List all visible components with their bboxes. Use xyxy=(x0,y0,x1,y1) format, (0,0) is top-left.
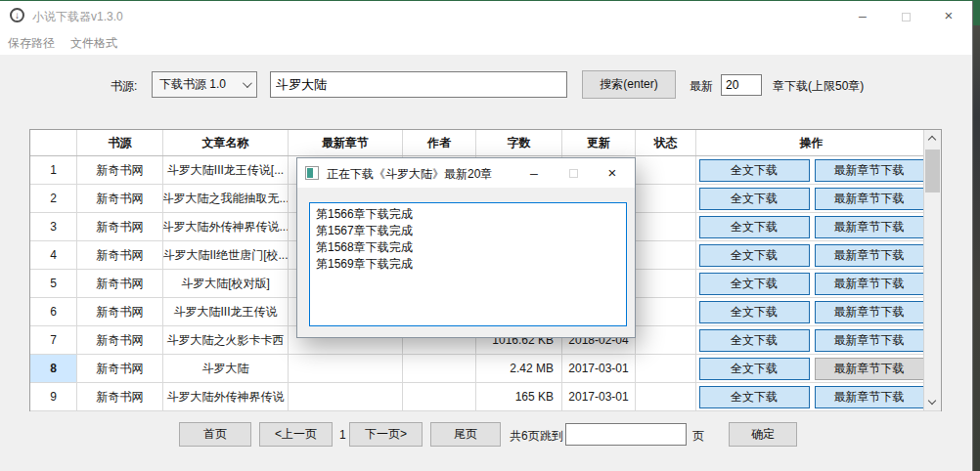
table-row[interactable]: 8 新奇书网 斗罗大陆 2.42 MB 2017-03-01 全文下载 最新章节… xyxy=(30,355,941,383)
search-button[interactable]: 搜索(enter) xyxy=(582,70,676,99)
app-window: ↓ 小说下载器v1.3.0 – × 保存路径 文件格式 书源: 下载书源 1.0… xyxy=(0,1,973,471)
latest-chapter-download-button[interactable]: 最新章节下载 xyxy=(815,273,924,295)
cell-author xyxy=(403,383,476,410)
latest-suffix-label: 章下载(上限50章) xyxy=(773,78,864,95)
header-updated: 更新 xyxy=(562,130,636,155)
current-page-label: 1 xyxy=(339,428,346,442)
cell-title: 斗罗大陆外传神界传说... xyxy=(163,213,289,240)
download-log[interactable]: 第1566章下载完成 第1567章下载完成 第1568章下载完成 第1569章下… xyxy=(309,202,627,326)
cell-latest-chapter xyxy=(289,383,403,410)
latest-chapter-download-button[interactable]: 最新章节下载 xyxy=(815,188,924,210)
search-toolbar: 书源: 下载书源 1.0 搜索(enter) 最新 章下载(上限50章) xyxy=(0,55,972,104)
chevron-down-icon xyxy=(243,78,252,88)
prev-page-button[interactable]: <上一页 xyxy=(259,422,333,447)
table-row[interactable]: 9 新奇书网 斗罗大陆外传神界传说 165 KB 2017-03-01 全文下载… xyxy=(30,383,941,411)
latest-chapter-download-button[interactable]: 最新章节下载 xyxy=(815,301,924,323)
cell-actions: 全文下载 最新章节下载 xyxy=(696,326,926,354)
jump-page-input[interactable] xyxy=(565,423,687,446)
full-download-button[interactable]: 全文下载 xyxy=(699,358,810,380)
dialog-title-bar: 正在下载《斗罗大陆》最新20章 – × xyxy=(297,158,635,188)
cell-title: 斗罗大陆 xyxy=(163,355,289,382)
app-download-icon: ↓ xyxy=(10,8,24,22)
full-download-button[interactable]: 全文下载 xyxy=(699,301,810,323)
cell-status xyxy=(636,270,696,297)
full-download-button[interactable]: 全文下载 xyxy=(699,216,810,238)
menu-save-path[interactable]: 保存路径 xyxy=(8,35,55,52)
cell-title: 斗罗大陆之火影卡卡西 xyxy=(163,326,289,354)
cell-title: 斗罗大陆II绝世唐门[校... xyxy=(163,241,289,269)
minimize-button[interactable]: – xyxy=(841,1,884,30)
full-download-button[interactable]: 全文下载 xyxy=(699,273,810,295)
cell-updated: 2017-03-01 xyxy=(562,355,636,382)
cell-actions: 全文下载 最新章节下载 xyxy=(696,270,926,297)
confirm-button[interactable]: 确定 xyxy=(729,422,797,447)
header-source: 书源 xyxy=(77,130,163,155)
latest-chapter-download-button[interactable]: 最新章节下载 xyxy=(815,159,924,182)
header-actions: 操作 xyxy=(696,130,926,155)
scroll-down-icon[interactable] xyxy=(924,394,941,410)
full-download-button[interactable]: 全文下载 xyxy=(699,329,810,352)
cell-title: 斗罗大陆外传神界传说 xyxy=(163,383,289,410)
cell-updated: 2017-03-01 xyxy=(562,383,636,410)
header-title: 文章名称 xyxy=(163,130,289,155)
cell-source: 新奇书网 xyxy=(77,326,163,354)
row-number: 5 xyxy=(30,270,77,297)
scroll-up-icon[interactable] xyxy=(924,130,941,147)
search-input[interactable] xyxy=(270,71,567,98)
cell-status xyxy=(636,383,696,410)
close-button[interactable]: × xyxy=(927,1,970,30)
full-download-button[interactable]: 全文下载 xyxy=(699,188,810,210)
cell-status xyxy=(636,241,696,269)
maximize-button xyxy=(884,1,927,30)
latest-chapter-download-button[interactable]: 最新章节下载 xyxy=(815,244,924,267)
row-number: 9 xyxy=(30,383,77,410)
source-label: 书源: xyxy=(111,78,137,95)
latest-chapter-download-button[interactable]: 最新章节下载 xyxy=(815,358,924,380)
app-title: 小说下载器v1.3.0 xyxy=(32,9,123,25)
cell-title: 斗罗大陆之我能抽取无... xyxy=(163,185,289,212)
cell-status xyxy=(636,156,696,184)
latest-chapter-download-button[interactable]: 最新章节下载 xyxy=(815,386,924,408)
dialog-maximize-button xyxy=(555,158,592,188)
menu-bar: 保存路径 文件格式 xyxy=(0,30,972,55)
cell-title: 斗罗大陆III龙王传说 xyxy=(163,298,289,325)
source-select[interactable]: 下载书源 1.0 xyxy=(152,71,257,98)
cell-actions: 全文下载 最新章节下载 xyxy=(696,355,926,382)
dialog-minimize-button[interactable]: – xyxy=(515,158,553,188)
full-download-button[interactable]: 全文下载 xyxy=(699,386,810,408)
total-pages-label: 共6页 xyxy=(510,428,540,445)
cell-source: 新奇书网 xyxy=(77,156,163,184)
last-page-button[interactable]: 尾页 xyxy=(430,422,501,447)
latest-chapter-download-button[interactable]: 最新章节下载 xyxy=(815,216,924,238)
first-page-button[interactable]: 首页 xyxy=(179,422,251,447)
latest-label: 最新 xyxy=(690,78,713,95)
header-status: 状态 xyxy=(636,130,696,155)
cell-wordcount: 165 KB xyxy=(476,383,562,410)
cell-status xyxy=(636,355,696,382)
dialog-title: 正在下载《斗罗大陆》最新20章 xyxy=(327,166,492,183)
row-number: 1 xyxy=(30,156,77,184)
scrollbar-thumb[interactable] xyxy=(925,150,940,193)
next-page-button[interactable]: 下一页> xyxy=(349,422,423,447)
menu-file-format[interactable]: 文件格式 xyxy=(70,35,117,52)
page-suffix-label: 页 xyxy=(692,428,704,445)
header-author: 作者 xyxy=(403,130,476,155)
table-scrollbar[interactable] xyxy=(923,130,941,410)
cell-actions: 全文下载 最新章节下载 xyxy=(696,156,926,184)
cell-author xyxy=(403,355,476,382)
row-number: 2 xyxy=(30,185,77,212)
header-index xyxy=(30,130,77,155)
full-download-button[interactable]: 全文下载 xyxy=(699,244,810,267)
latest-count-input[interactable] xyxy=(721,74,762,96)
row-number: 6 xyxy=(30,298,77,325)
row-number: 7 xyxy=(30,326,77,354)
header-latest-chapter: 最新章节 xyxy=(289,130,403,155)
cell-actions: 全文下载 最新章节下载 xyxy=(696,383,926,410)
title-bar: ↓ 小说下载器v1.3.0 – × xyxy=(0,1,972,30)
full-download-button[interactable]: 全文下载 xyxy=(699,159,810,182)
latest-chapter-download-button[interactable]: 最新章节下载 xyxy=(815,329,924,352)
cell-latest-chapter xyxy=(289,355,403,382)
dialog-close-button[interactable]: × xyxy=(594,158,631,188)
table-header: 书源 文章名称 最新章节 作者 字数 更新 状态 操作 xyxy=(30,130,941,156)
jump-to-label: 跳到 xyxy=(540,428,563,445)
